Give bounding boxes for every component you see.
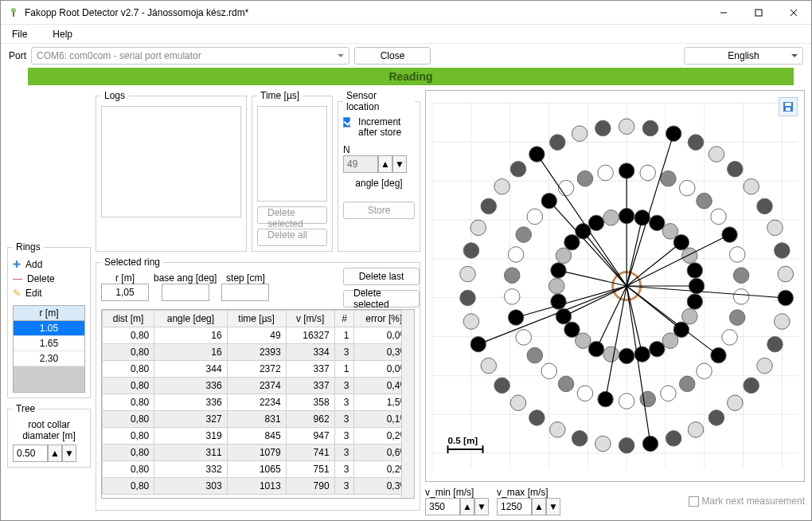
ring-list[interactable]: r [m] 1.05 1.65 2.30 [13, 305, 85, 393]
mark-next-checkbox[interactable] [689, 496, 699, 507]
app-icon [7, 6, 20, 19]
svg-point-128 [494, 178, 510, 194]
logs-textarea[interactable] [101, 106, 241, 217]
svg-point-35 [682, 248, 698, 264]
vmax-input[interactable] [497, 498, 532, 515]
vmin-up[interactable]: ▲ [460, 498, 474, 515]
svg-point-98 [744, 178, 759, 194]
svg-point-57 [603, 210, 619, 226]
svg-point-112 [642, 436, 658, 452]
svg-point-72 [679, 376, 695, 392]
svg-point-68 [729, 310, 745, 326]
svg-point-111 [666, 431, 681, 447]
svg-point-105 [767, 336, 783, 352]
svg-point-78 [558, 376, 574, 392]
edit-ring-button[interactable]: ✎Edit [13, 286, 85, 300]
r-input[interactable] [101, 284, 149, 301]
svg-line-151 [627, 286, 650, 444]
svg-point-89 [558, 180, 574, 196]
svg-point-44 [619, 348, 634, 364]
ring-row[interactable]: 1.05 [14, 321, 84, 336]
svg-line-146 [606, 286, 627, 399]
svg-point-117 [529, 410, 545, 426]
svg-rect-1 [13, 12, 14, 17]
vmin-down[interactable]: ▼ [474, 498, 489, 515]
visualization-canvas[interactable]: 0.5 [m] [425, 90, 805, 482]
vmax-up[interactable]: ▲ [532, 498, 546, 515]
time-list[interactable] [257, 106, 327, 202]
svg-point-120 [481, 358, 497, 374]
svg-point-63 [711, 209, 727, 225]
tree-diameter-input[interactable] [13, 445, 48, 462]
svg-point-76 [598, 391, 614, 407]
svg-point-92 [619, 119, 634, 135]
delete-selected-row-button[interactable]: Delete selected [343, 290, 420, 308]
close-port-button[interactable]: Close [354, 47, 431, 65]
increment-checkbox[interactable] [343, 117, 350, 127]
tree-diameter-up[interactable]: ▲ [48, 445, 62, 462]
svg-point-113 [619, 437, 634, 453]
save-icon[interactable] [779, 97, 798, 116]
svg-point-52 [551, 263, 567, 279]
svg-point-90 [577, 170, 593, 186]
baseang-input[interactable] [162, 284, 209, 301]
svg-point-71 [697, 363, 712, 379]
svg-point-133 [595, 120, 611, 136]
delete-ring-button[interactable]: —Delete [13, 272, 85, 286]
rings-group: Rings ✚Add —Delete ✎Edit r [m] 1.05 1.65… [7, 241, 91, 398]
vmax-down[interactable]: ▼ [546, 498, 560, 515]
store-button[interactable]: Store [343, 202, 415, 219]
language-combo[interactable]: English [684, 47, 803, 65]
svg-point-81 [516, 330, 532, 346]
svg-point-119 [494, 378, 510, 394]
menu-help[interactable]: Help [48, 27, 77, 41]
svg-point-100 [767, 220, 783, 236]
svg-point-96 [709, 147, 724, 163]
minimize-button[interactable] [706, 1, 741, 24]
svg-line-152 [478, 286, 627, 344]
sensor-n-up[interactable]: ▲ [378, 155, 392, 173]
maximize-button[interactable] [741, 1, 776, 24]
svg-line-139 [596, 286, 627, 349]
svg-point-77 [577, 386, 593, 402]
svg-point-95 [688, 135, 704, 151]
svg-point-104 [775, 314, 791, 330]
svg-point-56 [588, 215, 604, 231]
add-ring-button[interactable]: ✚Add [13, 257, 85, 272]
tree-diameter-down[interactable]: ▼ [62, 445, 76, 462]
svg-point-102 [778, 266, 794, 282]
ring-row[interactable]: 2.30 [14, 351, 84, 366]
menu-file[interactable]: File [7, 27, 32, 41]
svg-point-118 [510, 395, 526, 411]
ring-row[interactable]: 1.65 [14, 336, 84, 351]
data-table[interactable]: dist [m]angle [deg]time [µs]v [m/s]#erro… [101, 309, 415, 499]
svg-point-114 [595, 436, 611, 452]
step-input[interactable] [221, 284, 269, 301]
svg-point-74 [640, 391, 656, 407]
titlebar: Fakopp Root Detector v2.7 - Jánossomoja … [1, 1, 811, 25]
svg-point-61 [679, 180, 695, 196]
svg-point-59 [640, 165, 656, 181]
svg-point-55 [576, 224, 591, 240]
table-scrollbar[interactable] [401, 310, 414, 498]
sensor-n-input[interactable] [343, 155, 378, 173]
port-combo[interactable]: COM6: com0com - serial port emulator [31, 47, 349, 65]
svg-point-123 [460, 290, 476, 306]
svg-point-93 [642, 120, 658, 136]
svg-point-51 [548, 278, 564, 294]
close-window-button[interactable] [776, 1, 811, 24]
tree-diameter-label: root collar diamater [m] [13, 419, 85, 441]
time-delete-selected[interactable]: Delete selected [257, 206, 327, 224]
svg-point-101 [775, 243, 791, 259]
svg-point-60 [661, 170, 677, 186]
time-delete-all[interactable]: Delete all [257, 229, 327, 246]
svg-point-121 [470, 336, 486, 352]
svg-point-91 [598, 165, 614, 181]
sensor-n-down[interactable]: ▼ [392, 155, 407, 173]
svg-point-116 [550, 422, 566, 438]
svg-point-69 [722, 330, 738, 346]
svg-point-108 [728, 395, 744, 411]
delete-last-button[interactable]: Delete last [343, 268, 420, 285]
vmin-input[interactable] [425, 498, 460, 515]
svg-point-84 [504, 268, 520, 284]
